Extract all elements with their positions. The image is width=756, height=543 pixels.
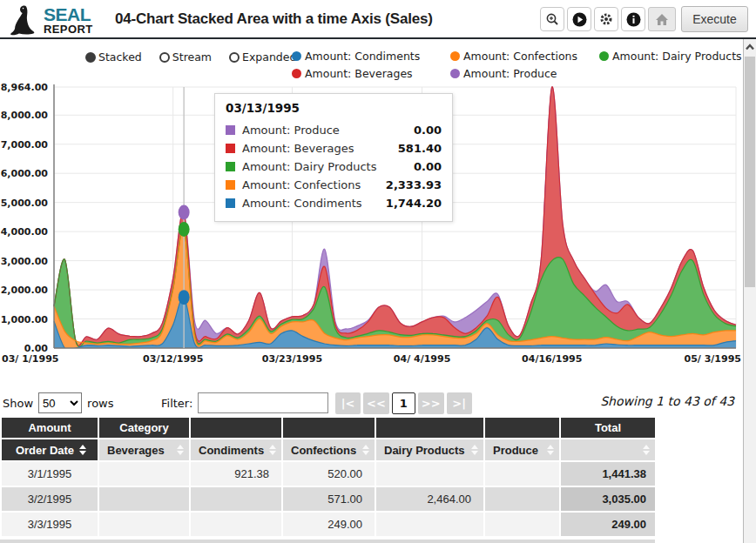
y-tick-label: 8,000.00 [1,110,49,121]
column-label: Beverages [107,444,165,457]
legend-label: Amount: Produce [463,67,557,80]
tooltip-swatch [226,198,235,208]
results-table: Amount Category Total Order Date Beverag… [0,416,657,538]
cell-dairy-products [375,512,484,537]
cell-beverages [98,461,190,486]
table-row: 3/2/1995 571.00 2,464.00 3,035.00 [1,486,656,512]
page-next-button[interactable]: >> [418,392,444,414]
y-tick-label: 4,000.00 [1,226,49,238]
execute-button[interactable]: Execute [681,6,748,32]
cell-beverages [98,512,190,537]
sort-header-confections[interactable]: Confections [282,439,375,461]
app-header: SEAL REPORT 04-Chart Stacked Area with a… [0,0,756,39]
group-header-amount: Amount [1,417,98,439]
legend-item-confections[interactable]: Amount: Confections [450,50,577,63]
sort-header-produce[interactable]: Produce [484,439,560,461]
y-tick-label: 3,000.00 [1,256,49,267]
mode-radio-stream[interactable]: Stream [159,50,212,64]
rows-per-page: Show 50 rows [3,392,114,413]
tooltip-row: Amount: Beverages 581.40 [226,139,442,158]
group-header-empty [190,417,282,439]
x-tick-label: 03/ 1/1995 [2,353,58,365]
cell-order-date: 3/1/1995 [1,461,98,486]
settings-button[interactable] [594,7,618,31]
legend-item-beverages[interactable]: Amount: Beverages [292,67,413,80]
legend-item-condiments[interactable]: Amount: Condiments [292,50,420,63]
home-button[interactable] [648,7,676,31]
play-button[interactable] [567,7,591,31]
page-last-button[interactable]: >| [447,392,472,414]
tooltip-swatch [226,180,235,190]
tooltip-row: Amount: Dairy Products 0.00 [226,158,442,176]
legend-item-dairy-products[interactable]: Amount: Dairy Products [599,50,742,63]
tooltip-series-label: Amount: Produce [242,124,414,137]
zoom-button[interactable] [540,7,564,31]
scrollbar-up-button[interactable] [744,39,756,55]
cell-condiments [190,486,282,512]
y-tick-label: 2,000.00 [1,285,49,296]
radio-icon [229,52,240,63]
logo-text: SEAL REPORT [44,5,93,35]
mode-label: Stacked [98,50,142,64]
chevron-up-icon [744,42,756,52]
tooltip-series-label: Amount: Condiments [242,197,386,210]
legend-item-produce[interactable]: Amount: Produce [450,67,557,80]
tooltip-row: Amount: Condiments 1,744.20 [226,194,442,212]
table-column-header-row: Order Date Beverages Condiments Confecti… [1,439,656,461]
chart-tooltip: 03/13/1995 Amount: Produce 0.00 Amount: … [214,93,453,222]
mode-radio-expanded[interactable]: Expanded [229,50,296,64]
cell-total: 249.00 [560,512,656,537]
table-controls: Show 50 rows Filter: |< << 1 >> >| Showi… [0,389,743,415]
sort-header-dairy-products[interactable]: Dairy Products [375,439,484,461]
x-tick-label: 03/23/1995 [262,353,322,365]
logo[interactable]: SEAL REPORT [7,2,110,37]
toolbar [540,7,645,31]
info-icon [626,12,641,27]
legend-dot [292,51,301,61]
column-label: Order Date [16,444,74,457]
legend-label: Amount: Dairy Products [612,50,742,63]
scrollbar-thumb[interactable] [745,57,755,287]
cell-condiments [190,512,282,537]
sort-icon [177,445,184,455]
sort-header-total[interactable] [560,439,656,461]
legend-dot [450,51,460,61]
group-header-empty [375,417,484,439]
y-tick-label: 6,000.00 [1,168,49,179]
sort-icon [79,445,86,455]
x-tick-label: 05/ 3/1995 [685,353,741,365]
hover-dot [179,290,190,305]
sort-icon [362,445,369,455]
group-header-empty [282,417,375,439]
tooltip-value: 2,333.93 [386,178,442,191]
sort-header-order-date[interactable]: Order Date [1,439,98,461]
legend-dot [292,69,301,78]
y-tick-label: 5,000.00 [1,198,49,209]
mode-radio-stacked[interactable]: Stacked [85,50,142,64]
tooltip-swatch [226,125,235,135]
table-row: 3/1/1995 921.38 520.00 1,441.38 [1,461,656,486]
vertical-scrollbar[interactable] [743,39,756,543]
sort-header-condiments[interactable]: Condiments [190,439,282,461]
sort-icon [471,445,478,455]
report-content: Stacked Stream Expanded Amount: Condimen… [0,39,743,543]
table-group-header-row: Amount Category Total [1,417,656,439]
tooltip-row: Amount: Produce 0.00 [226,121,442,139]
filter-input[interactable] [198,392,328,413]
page-first-button[interactable]: |< [335,392,361,414]
cell-dairy-products [375,461,484,486]
legend-label: Amount: Confections [463,50,577,63]
page-number-button[interactable]: 1 [392,392,415,414]
cell-total: 3,035.00 [560,486,656,512]
mode-label: Stream [172,50,212,64]
rows-per-page-select[interactable]: 50 [38,392,82,413]
info-button[interactable] [621,7,645,31]
page-prev-button[interactable]: << [363,392,389,414]
cell-beverages [98,486,190,512]
cell-total: 1,441.38 [560,461,656,486]
legend-dot [450,69,460,78]
column-label: Dairy Products [384,444,464,457]
cell-produce [484,461,560,486]
cell-confections: 249.00 [282,512,375,537]
sort-header-beverages[interactable]: Beverages [98,439,190,461]
